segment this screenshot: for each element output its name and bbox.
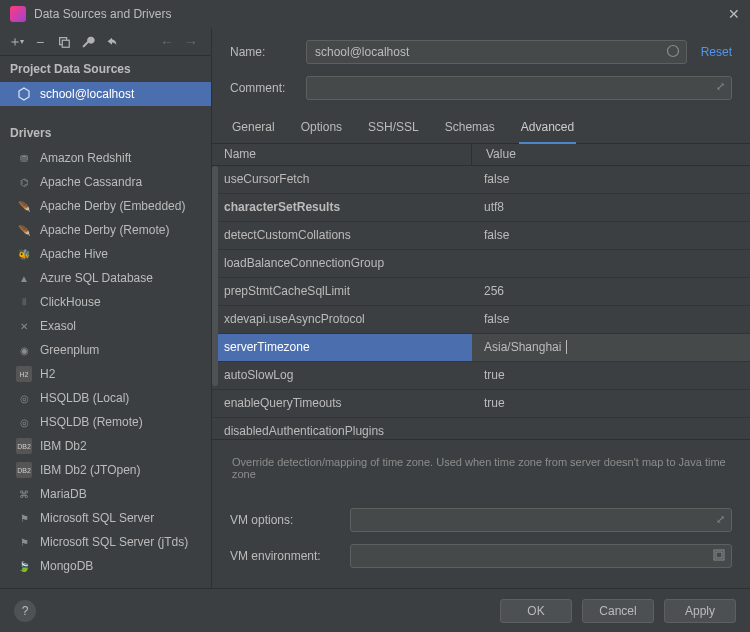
window-title: Data Sources and Drivers <box>34 7 728 21</box>
vm-options-input[interactable]: ⤢ <box>350 508 732 532</box>
driver-label: Azure SQL Database <box>40 271 153 285</box>
tab-options[interactable]: Options <box>299 114 344 144</box>
tab-ssh-ssl[interactable]: SSH/SSL <box>366 114 421 144</box>
driver-label: Exasol <box>40 319 76 333</box>
property-value[interactable]: false <box>472 222 750 249</box>
copy-icon[interactable] <box>54 32 74 52</box>
browse-env-icon[interactable] <box>713 549 725 563</box>
comment-row: Comment: ⤢ <box>212 70 750 106</box>
property-value[interactable]: false <box>472 306 750 333</box>
table-row[interactable]: enableQueryTimeoutstrue <box>212 390 750 418</box>
comment-input[interactable]: ⤢ <box>306 76 732 100</box>
table-row[interactable]: prepStmtCacheSqlLimit256 <box>212 278 750 306</box>
driver-label: HSQLDB (Local) <box>40 391 129 405</box>
driver-label: Apache Hive <box>40 247 108 261</box>
property-name: autoSlowLog <box>212 362 472 389</box>
main-panel: Name: school@localhost Reset Comment: ⤢ … <box>212 28 750 588</box>
property-value[interactable] <box>472 250 750 277</box>
driver-icon: ⛃ <box>16 150 32 166</box>
vm-options-label: VM options: <box>230 513 350 527</box>
table-row[interactable]: detectCustomCollationsfalse <box>212 222 750 250</box>
driver-item[interactable]: H2H2 <box>0 362 211 386</box>
remove-icon[interactable]: − <box>30 32 50 52</box>
driver-item[interactable]: ⛃Amazon Redshift <box>0 146 211 170</box>
expand-comment-icon[interactable]: ⤢ <box>716 80 725 93</box>
property-value[interactable]: false <box>472 166 750 193</box>
property-name: enableQueryTimeouts <box>212 390 472 417</box>
ok-button[interactable]: OK <box>500 599 572 623</box>
property-name: serverTimezone <box>212 334 472 361</box>
table-scrollbar[interactable] <box>212 166 218 386</box>
tab-advanced[interactable]: Advanced <box>519 114 576 144</box>
tab-schemas[interactable]: Schemas <box>443 114 497 144</box>
driver-item[interactable]: 🪶Apache Derby (Embedded) <box>0 194 211 218</box>
driver-item[interactable]: ⌬Apache Cassandra <box>0 170 211 194</box>
help-button[interactable]: ? <box>14 600 36 622</box>
driver-icon: ⦀ <box>16 294 32 310</box>
driver-label: Apache Derby (Embedded) <box>40 199 185 213</box>
vm-environment-input[interactable] <box>350 544 732 568</box>
property-value[interactable] <box>472 418 750 440</box>
name-input[interactable]: school@localhost <box>306 40 687 64</box>
driver-item[interactable]: ▲Azure SQL Database <box>0 266 211 290</box>
forward-icon[interactable]: → <box>181 32 201 52</box>
close-icon[interactable]: ✕ <box>728 6 740 22</box>
cancel-button[interactable]: Cancel <box>582 599 654 623</box>
driver-label: MongoDB <box>40 559 93 573</box>
table-row[interactable]: autoSlowLogtrue <box>212 362 750 390</box>
tab-general[interactable]: General <box>230 114 277 144</box>
driver-item[interactable]: 🍃MongoDB <box>0 554 211 578</box>
datasource-icon <box>16 86 32 102</box>
wrench-icon[interactable] <box>78 32 98 52</box>
section-sources-header: Project Data Sources <box>0 56 211 82</box>
driver-item[interactable]: ✕Exasol <box>0 314 211 338</box>
driver-icon: ⚑ <box>16 534 32 550</box>
driver-item[interactable]: 🐝Apache Hive <box>0 242 211 266</box>
driver-icon: DB2 <box>16 438 32 454</box>
driver-item[interactable]: ⚑Microsoft SQL Server <box>0 506 211 530</box>
driver-label: Microsoft SQL Server <box>40 511 154 525</box>
table-row[interactable]: serverTimezoneAsia/Shanghai <box>212 334 750 362</box>
svg-rect-1 <box>62 40 69 47</box>
source-item[interactable]: school@localhost <box>0 82 211 106</box>
driver-label: H2 <box>40 367 55 381</box>
property-value[interactable]: utf8 <box>472 194 750 221</box>
rollback-icon[interactable] <box>102 32 122 52</box>
driver-item[interactable]: DB2IBM Db2 <box>0 434 211 458</box>
table-row[interactable]: useCursorFetchfalse <box>212 166 750 194</box>
driver-icon: 🪶 <box>16 222 32 238</box>
driver-label: ClickHouse <box>40 295 101 309</box>
clear-name-icon[interactable] <box>666 44 680 60</box>
property-value[interactable]: true <box>472 362 750 389</box>
driver-item[interactable]: ◎HSQLDB (Remote) <box>0 410 211 434</box>
table-row[interactable]: characterSetResultsutf8 <box>212 194 750 222</box>
driver-item[interactable]: ◉Greenplum <box>0 338 211 362</box>
app-icon <box>10 6 26 22</box>
driver-item[interactable]: 🪶Apache Derby (Remote) <box>0 218 211 242</box>
apply-button[interactable]: Apply <box>664 599 736 623</box>
driver-item[interactable]: ⚑Microsoft SQL Server (jTds) <box>0 530 211 554</box>
driver-label: IBM Db2 <box>40 439 87 453</box>
add-icon[interactable]: ＋▾ <box>6 32 26 52</box>
col-value[interactable]: Value <box>472 144 750 165</box>
driver-item[interactable]: ⦀ClickHouse <box>0 290 211 314</box>
expand-vm-options-icon[interactable]: ⤢ <box>716 513 725 526</box>
property-name: prepStmtCacheSqlLimit <box>212 278 472 305</box>
driver-item[interactable]: ◎HSQLDB (Local) <box>0 386 211 410</box>
table-row[interactable]: loadBalanceConnectionGroup <box>212 250 750 278</box>
property-value[interactable]: 256 <box>472 278 750 305</box>
driver-item[interactable]: ⌘MariaDB <box>0 482 211 506</box>
property-value[interactable]: Asia/Shanghai <box>472 334 750 361</box>
back-icon[interactable]: ← <box>157 32 177 52</box>
reset-link[interactable]: Reset <box>701 45 732 59</box>
col-name[interactable]: Name <box>212 144 472 165</box>
table-body: useCursorFetchfalsecharacterSetResultsut… <box>212 166 750 440</box>
property-value[interactable]: true <box>472 390 750 417</box>
driver-item[interactable]: DB2IBM Db2 (JTOpen) <box>0 458 211 482</box>
footer: ? OK Cancel Apply <box>0 588 750 632</box>
name-label: Name: <box>230 45 306 59</box>
tab-bar: GeneralOptionsSSH/SSLSchemasAdvanced <box>212 106 750 144</box>
driver-label: Greenplum <box>40 343 99 357</box>
table-row[interactable]: disabledAuthenticationPlugins <box>212 418 750 440</box>
table-row[interactable]: xdevapi.useAsyncProtocolfalse <box>212 306 750 334</box>
